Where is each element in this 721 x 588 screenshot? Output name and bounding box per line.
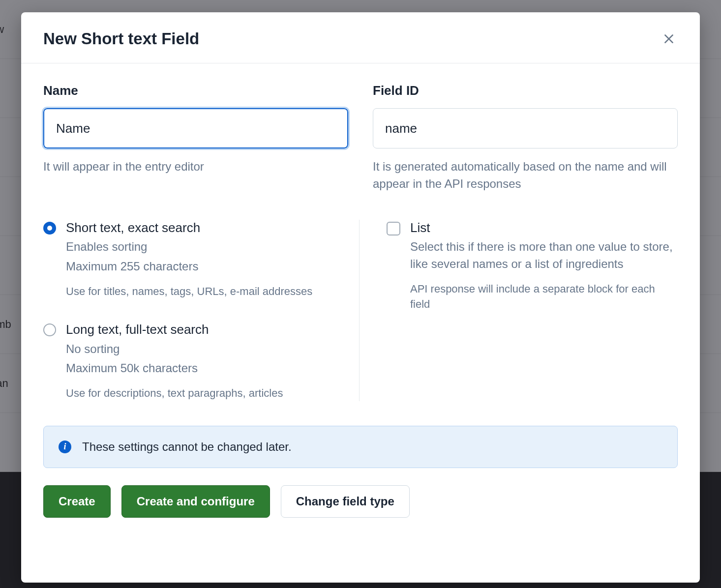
name-helper-text: It will appear in the entry editor [43, 158, 348, 176]
long-text-title: Long text, full-text search [66, 322, 334, 338]
short-text-sub2: Maximum 255 characters [66, 258, 334, 275]
short-text-content: Short text, exact search Enables sorting… [66, 220, 334, 299]
info-icon: i [59, 441, 71, 453]
field-id-input[interactable] [373, 108, 678, 148]
short-text-sub1: Enables sorting [66, 238, 334, 256]
list-description: Select this if there is more than one va… [410, 238, 678, 273]
text-type-options: Short text, exact search Enables sorting… [43, 220, 359, 401]
field-inputs-row: Name It will appear in the entry editor … [43, 83, 678, 193]
field-id-col: Field ID It is generated automatically b… [373, 83, 678, 193]
create-and-configure-button[interactable]: Create and configure [121, 485, 270, 518]
new-field-modal: New Short text Field Name It will appear… [21, 12, 700, 583]
long-text-sub1: No sorting [66, 341, 334, 358]
name-label: Name [43, 83, 348, 98]
long-text-content: Long text, full-text search No sorting M… [66, 322, 334, 401]
close-icon [662, 32, 675, 45]
checkbox-icon [387, 222, 400, 235]
long-text-sub2: Maximum 50k characters [66, 360, 334, 377]
change-field-type-button[interactable]: Change field type [281, 485, 410, 518]
action-buttons: Create Create and configure Change field… [43, 485, 678, 518]
list-checkbox-option[interactable]: List Select this if there is more than o… [387, 220, 678, 312]
list-content: List Select this if there is more than o… [410, 220, 678, 312]
long-text-option[interactable]: Long text, full-text search No sorting M… [43, 322, 334, 401]
modal-overlay: New Short text Field Name It will appear… [0, 0, 721, 588]
alert-text: These settings cannot be changed later. [82, 440, 292, 454]
modal-header: New Short text Field [21, 12, 700, 63]
field-options-row: Short text, exact search Enables sorting… [43, 220, 678, 401]
field-id-helper-text: It is generated automatically based on t… [373, 158, 678, 193]
short-text-option[interactable]: Short text, exact search Enables sorting… [43, 220, 334, 299]
radio-icon [43, 323, 56, 336]
close-button[interactable] [660, 30, 678, 48]
modal-title: New Short text Field [43, 29, 199, 48]
field-id-label: Field ID [373, 83, 678, 98]
text-type-radio-group: Short text, exact search Enables sorting… [43, 220, 334, 401]
list-option-col: List Select this if there is more than o… [359, 220, 678, 401]
short-text-hint: Use for titles, names, tags, URLs, e-mai… [66, 284, 334, 299]
settings-locked-alert: i These settings cannot be changed later… [43, 426, 678, 468]
list-title: List [410, 220, 678, 236]
create-button[interactable]: Create [43, 485, 111, 518]
modal-body: Name It will appear in the entry editor … [21, 63, 700, 583]
name-field-col: Name It will appear in the entry editor [43, 83, 348, 193]
list-hint: API response will include a separate blo… [410, 282, 678, 312]
name-input[interactable] [43, 108, 348, 148]
long-text-hint: Use for descriptions, text paragraphs, a… [66, 386, 334, 401]
radio-icon [43, 222, 56, 235]
short-text-title: Short text, exact search [66, 220, 334, 236]
